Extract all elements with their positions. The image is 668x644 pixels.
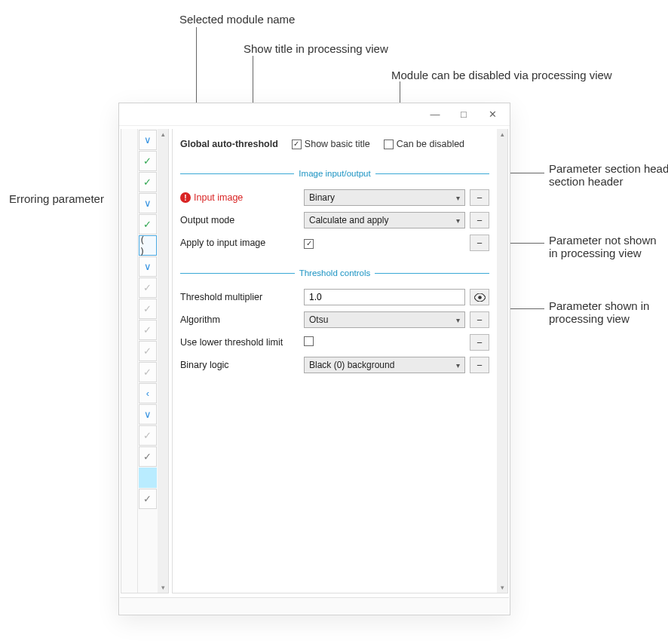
status-bar bbox=[120, 597, 509, 614]
param-label: Apply to input image bbox=[180, 238, 299, 248]
module-item[interactable]: ‹ bbox=[139, 383, 158, 403]
module-item[interactable]: ✓ bbox=[139, 299, 158, 319]
section-threshold: Threshold controls Threshold multiplier bbox=[173, 259, 497, 381]
visibility-button[interactable]: − bbox=[470, 357, 489, 373]
anno-not-shown-1: Parameter not shown bbox=[549, 234, 657, 247]
anno-section-header-1: Parameter section header bbox=[549, 162, 668, 175]
param-label: ! Input image bbox=[180, 192, 299, 203]
titlebar: ― □ ✕ bbox=[119, 103, 510, 126]
anno-erroring-param: Erroring parameter bbox=[9, 192, 104, 205]
module-item-selected[interactable]: ( ) bbox=[139, 235, 158, 256]
parameter-pane: Global auto-threshold ✓ Show basic title… bbox=[172, 129, 508, 593]
module-item[interactable]: ∨ bbox=[139, 256, 158, 277]
main-scrollbar[interactable]: ▴▾ bbox=[497, 129, 507, 593]
minimize-button[interactable]: ― bbox=[421, 106, 449, 124]
param-label: Use lower threshold limit bbox=[180, 337, 299, 348]
section-title: Image input/output bbox=[294, 169, 375, 178]
param-label: Threshold multiplier bbox=[180, 292, 299, 302]
error-icon: ! bbox=[180, 192, 191, 203]
module-item[interactable]: ✓ bbox=[139, 446, 158, 467]
can-disable-checkbox[interactable]: Can be disabled bbox=[384, 139, 464, 149]
module-icon-list: ∨ ✓ ✓ ∨ ✓ ( ) ∨ ✓ ✓ ✓ ✓ ✓ ‹ ∨ ✓ ✓ ✓ bbox=[138, 129, 158, 593]
anno-module-name: Selected module name bbox=[179, 13, 295, 26]
module-header: Global auto-threshold ✓ Show basic title… bbox=[173, 129, 497, 159]
visibility-button[interactable]: − bbox=[470, 334, 489, 351]
threshold-multiplier-input[interactable] bbox=[304, 289, 465, 305]
module-item[interactable]: ✓ bbox=[139, 362, 158, 382]
section-header: Threshold controls bbox=[180, 268, 489, 278]
module-sidebar: ∨ ✓ ✓ ∨ ✓ ( ) ∨ ✓ ✓ ✓ ✓ ✓ ‹ ∨ ✓ ✓ ✓ ▴▾ bbox=[121, 129, 169, 593]
param-row-apply-input: Apply to input image ✓ − bbox=[180, 232, 489, 254]
algorithm-select[interactable]: Otsu▾ bbox=[304, 311, 465, 328]
checkbox-icon: ✓ bbox=[292, 140, 302, 149]
anno-shown-2: processing view bbox=[549, 312, 630, 325]
visibility-button[interactable]: − bbox=[470, 235, 489, 251]
visibility-button[interactable]: − bbox=[470, 189, 489, 206]
section-header: Image input/output bbox=[180, 168, 489, 179]
param-label: Output mode bbox=[180, 215, 299, 225]
module-item[interactable]: ✓ bbox=[139, 172, 158, 192]
anno-not-shown-2: in processing view bbox=[549, 247, 642, 259]
module-item[interactable]: ✓ bbox=[139, 425, 158, 446]
module-item[interactable]: ∨ bbox=[139, 404, 158, 425]
anno-shown-1: Parameter shown in bbox=[549, 299, 649, 312]
param-row-multiplier: Threshold multiplier bbox=[180, 286, 489, 308]
can-disable-label: Can be disabled bbox=[397, 139, 464, 149]
param-row-output-mode: Output mode Calculate and apply▾ − bbox=[180, 209, 489, 232]
anno-section-header-2: section header bbox=[549, 175, 623, 188]
lower-threshold-checkbox[interactable] bbox=[304, 336, 314, 346]
eye-shown-icon bbox=[474, 293, 486, 302]
module-item[interactable]: ✓ bbox=[139, 320, 158, 340]
checkbox-icon bbox=[384, 140, 394, 149]
eye-hidden-icon: − bbox=[476, 215, 483, 226]
param-row-binary-logic: Binary logic Black (0) background▾ − bbox=[180, 354, 489, 376]
output-mode-select[interactable]: Calculate and apply▾ bbox=[304, 212, 465, 228]
apply-to-input-checkbox[interactable]: ✓ bbox=[304, 239, 314, 249]
param-row-input-image: ! Input image Binary▾ − bbox=[180, 186, 489, 209]
module-item[interactable]: ✓ bbox=[139, 278, 158, 298]
module-item[interactable]: ✓ bbox=[139, 341, 158, 361]
eye-hidden-icon: − bbox=[476, 360, 483, 371]
show-title-label: Show basic title bbox=[305, 139, 370, 149]
section-image-io: Image input/output ! Input image Binary▾… bbox=[173, 159, 497, 259]
close-button[interactable]: ✕ bbox=[478, 106, 507, 124]
maximize-button[interactable]: □ bbox=[449, 106, 478, 124]
module-item[interactable]: ✓ bbox=[139, 489, 158, 509]
section-title: Threshold controls bbox=[295, 268, 375, 278]
module-item[interactable]: ✓ bbox=[139, 214, 158, 235]
param-label: Binary logic bbox=[180, 360, 299, 370]
app-window: ― □ ✕ ∨ ✓ ✓ ∨ ✓ ( ) ∨ ✓ ✓ ✓ ✓ ✓ ‹ ∨ ✓ ✓ … bbox=[118, 103, 510, 615]
visibility-button[interactable]: − bbox=[470, 212, 489, 228]
module-item[interactable]: ∨ bbox=[139, 193, 158, 213]
svg-point-0 bbox=[478, 296, 482, 299]
anno-show-title: Show title in processing view bbox=[244, 42, 388, 55]
visibility-button[interactable] bbox=[470, 289, 489, 305]
module-item[interactable]: ∨ bbox=[139, 130, 158, 150]
param-row-algorithm: Algorithm Otsu▾ − bbox=[180, 308, 489, 331]
sidebar-scrollbar[interactable]: ▴▾ bbox=[158, 129, 168, 593]
module-name-label: Global auto-threshold bbox=[180, 139, 278, 149]
visibility-button[interactable]: − bbox=[470, 311, 489, 328]
binary-logic-select[interactable]: Black (0) background▾ bbox=[304, 357, 465, 373]
input-image-select[interactable]: Binary▾ bbox=[304, 189, 465, 206]
eye-hidden-icon: − bbox=[476, 192, 483, 204]
param-label: Algorithm bbox=[180, 314, 299, 325]
module-item[interactable] bbox=[139, 468, 158, 488]
eye-hidden-icon: − bbox=[476, 238, 483, 249]
param-row-lower-limit: Use lower threshold limit − bbox=[180, 331, 489, 354]
anno-can-disable: Module can be disabled via processing vi… bbox=[391, 69, 612, 81]
eye-hidden-icon: − bbox=[476, 337, 483, 348]
module-item[interactable]: ✓ bbox=[139, 151, 158, 171]
show-title-checkbox[interactable]: ✓ Show basic title bbox=[292, 139, 370, 149]
eye-hidden-icon: − bbox=[476, 314, 483, 326]
